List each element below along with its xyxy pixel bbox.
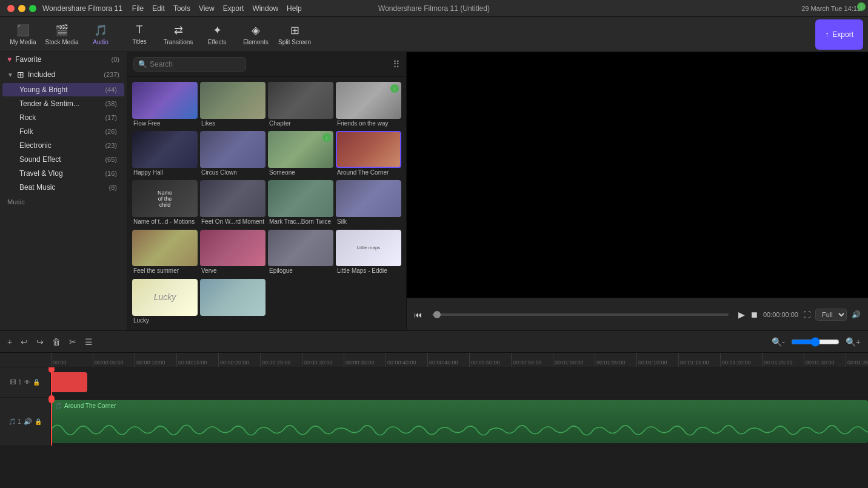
category-item-beat-music[interactable]: Beat Music (8) (2, 181, 124, 194)
timeline-tracks: 🎞 1 👁 🔒 🎵 1 🔊 🔒 (0, 367, 868, 488)
play-button[interactable]: ▶ (738, 310, 745, 319)
preview-video (407, 52, 868, 298)
media-title-around-corner: Around The Corner (336, 168, 401, 177)
split-screen-button[interactable]: ⊞ Split Screen (276, 19, 313, 50)
maximize-button[interactable] (29, 5, 36, 12)
menu-export[interactable]: Export (223, 4, 244, 13)
media-item-mark-born-twice[interactable]: Mark Trac...Born Twice (268, 180, 333, 227)
media-item-someone[interactable]: ↓ Someone (268, 131, 333, 178)
media-item-chapter[interactable]: Chapter (268, 82, 333, 129)
menu-tools[interactable]: Tools (173, 4, 190, 13)
media-item-lucky[interactable]: Lucky↓ Lucky (132, 279, 198, 326)
clip-icon: 🎵 (55, 403, 62, 409)
category-item-travel-&-vlog[interactable]: Travel & Vlog (16) (2, 167, 124, 180)
media-item-feet-water[interactable]: Feet On W...rd Moment (200, 180, 265, 227)
menu-view[interactable]: View (199, 4, 215, 13)
media-title-flow-free: Flow Free (132, 119, 198, 128)
category-item-sound-effect[interactable]: Sound Effect (65) (2, 153, 124, 166)
media-item-feel-summer[interactable]: Feel the summer (132, 230, 198, 276)
media-item-verve[interactable]: Verve (200, 230, 265, 276)
export-button[interactable]: ↑ Export (815, 19, 863, 50)
media-item-silk[interactable]: Silk (336, 180, 401, 227)
audio-clip[interactable]: 🎵 Around The Corner (51, 400, 868, 443)
zoom-slider[interactable] (791, 337, 840, 347)
list-button[interactable]: ☰ (82, 336, 95, 348)
media-item-name-child[interactable]: Nameof thechild Name of t...d - Motions (132, 180, 198, 227)
menu-file[interactable]: File (132, 4, 144, 13)
zoom-in-button[interactable]: 🔍+ (843, 336, 863, 348)
audio-button[interactable]: 🎵 Audio (82, 19, 119, 50)
video-clip[interactable] (51, 372, 87, 392)
minimize-button[interactable] (18, 5, 25, 12)
media-item-happy-hall[interactable]: Happy Hall (132, 131, 198, 178)
included-count: (237) (104, 71, 119, 78)
lock-icon[interactable]: 🔒 (33, 379, 40, 386)
stop-button[interactable]: ⏹ (750, 310, 758, 319)
window-controls[interactable] (7, 5, 36, 12)
ruler-mark: 00:01:20:00 (720, 353, 762, 367)
my-media-button[interactable]: ⬛ My Media (5, 19, 41, 50)
split-screen-icon: ⊞ (290, 24, 299, 37)
eye-icon[interactable]: 👁 (24, 379, 30, 386)
favorite-item[interactable]: ♥ Favorite (0) (0, 52, 127, 67)
fullscreen-icon[interactable]: ⛶ (803, 310, 810, 319)
media-item-likes[interactable]: Likes (200, 82, 265, 129)
skip-back-button[interactable]: ⏮ (414, 310, 422, 319)
close-button[interactable] (7, 5, 15, 12)
preview-right-tools: 00:00:00:00 ⛶ Full 🔊 (763, 309, 861, 321)
effects-button[interactable]: ✦ Effects (199, 19, 235, 50)
menu-help[interactable]: Help (287, 4, 302, 13)
video-track-header: 🎞 1 👁 🔒 (0, 367, 51, 397)
included-section-header[interactable]: ▼ ⊞ Included (237) (0, 67, 127, 82)
stock-media-button[interactable]: 🎬 Stock Media (44, 19, 80, 50)
undo-button[interactable]: ↩ (18, 336, 30, 348)
menu-bar[interactable]: File Edit Tools View Export Window Help (132, 4, 302, 13)
ruler-mark: 00:00:10:00 (135, 353, 176, 367)
media-item-around-corner[interactable]: Around The Corner (336, 131, 401, 178)
cut-button[interactable]: ✂ (67, 336, 79, 348)
window-title: Wondershare Filmora 11 (Untitled) (378, 4, 490, 13)
ruler-mark: 00:00:20:00 (218, 353, 260, 367)
titlebar-right: 29 March Tue 14:12 (801, 5, 861, 12)
category-item-rock[interactable]: Rock (17) (2, 111, 124, 124)
media-title-feet-water: Feet On W...rd Moment (200, 217, 265, 226)
titlebar: Wondershare Filmora 11 File Edit Tools V… (0, 0, 868, 17)
my-media-icon: ⬛ (16, 24, 30, 37)
speaker-icon[interactable]: 🔊 (852, 310, 861, 319)
media-title-lucky: Lucky (132, 316, 198, 325)
media-item-little-maps[interactable]: Little maps Little Maps - Eddie (336, 230, 401, 276)
preview-progress-bar[interactable] (432, 313, 729, 316)
ruler-mark: 00:00:25:00 (260, 353, 302, 367)
media-item-last-item[interactable] (200, 279, 265, 326)
menu-edit[interactable]: Edit (152, 4, 165, 13)
category-item-folk[interactable]: Folk (26) (2, 125, 124, 138)
media-item-flow-free[interactable]: Flow Free (132, 82, 198, 129)
transitions-button[interactable]: ⇄ Transitions (160, 19, 196, 50)
media-item-epilogue[interactable]: Epilogue (268, 230, 333, 276)
zoom-out-button[interactable]: 🔍- (769, 336, 787, 348)
elements-button[interactable]: ◈ Elements (238, 19, 274, 50)
add-track-button[interactable]: + (5, 336, 15, 348)
media-title-epilogue: Epilogue (268, 266, 333, 275)
delete-button[interactable]: 🗑 (50, 336, 63, 348)
redo-button[interactable]: ↪ (34, 336, 46, 348)
menu-window[interactable]: Window (252, 4, 278, 13)
favorite-label: Favorite (15, 55, 41, 64)
included-label: Included (28, 70, 55, 79)
category-item-tender-&-sentim...[interactable]: Tender & Sentim... (38) (2, 97, 124, 110)
search-input[interactable] (133, 57, 246, 72)
zoom-select[interactable]: Full (815, 309, 847, 321)
audio-track-content: 🎵 Around The Corner (51, 398, 868, 446)
audio-lock-icon[interactable]: 🔒 (35, 418, 42, 425)
category-item-electronic[interactable]: Electronic (23) (2, 139, 124, 152)
preview-panel: ⏮ ▶ ⏹ 00:00:00:00 ⛶ Full 🔊 (406, 52, 868, 330)
media-item-circus-clown[interactable]: Circus Clown (200, 131, 265, 178)
category-item-young-&-bright[interactable]: Young & Bright (44) (2, 83, 124, 96)
media-item-friends-on-way[interactable]: ↓ Friends on the way (336, 82, 401, 129)
media-panel: 🔍 ⠿ Flow Free Likes Chapter ↓ Friends on… (127, 52, 406, 330)
ruler-mark: 00:00:05:00 (93, 353, 135, 367)
grid-toggle-button[interactable]: ⠿ (393, 59, 400, 70)
ruler-mark: 00:00:55:00 (511, 353, 553, 367)
audio-speaker-icon[interactable]: 🔊 (24, 418, 32, 426)
titles-button[interactable]: T Titles (121, 19, 158, 50)
